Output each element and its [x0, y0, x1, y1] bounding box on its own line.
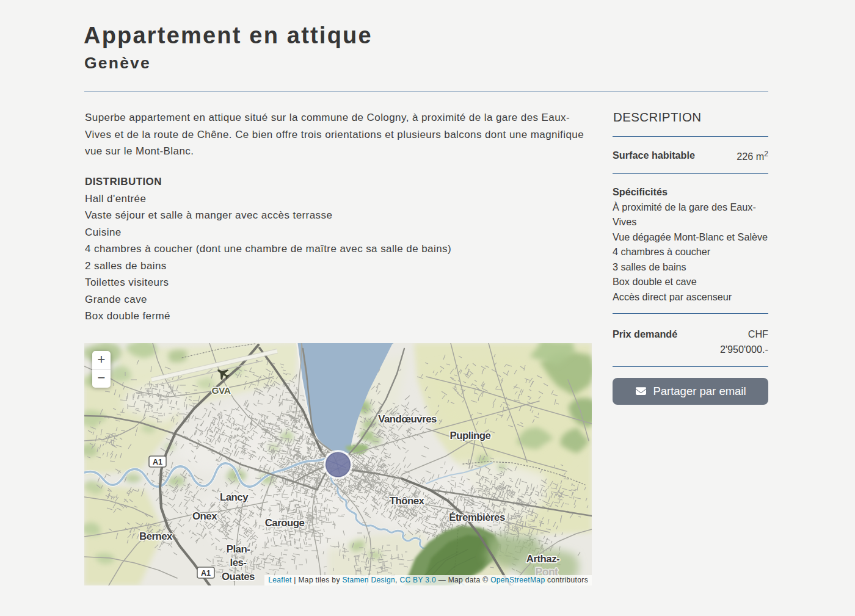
svg-text:les-: les- [230, 557, 247, 568]
svg-text:Vandœuvres: Vandœuvres [378, 413, 437, 425]
svg-text:Onex: Onex [192, 510, 217, 522]
svg-text:Arthaz-: Arthaz- [526, 553, 559, 565]
svg-text:A1: A1 [201, 569, 211, 578]
svg-text:Puplinge: Puplinge [450, 430, 491, 441]
svg-text:GVA: GVA [212, 385, 231, 396]
svg-text:Carouge: Carouge [265, 517, 305, 529]
svg-text:Lancy: Lancy [220, 491, 249, 503]
svg-text:A1: A1 [153, 458, 162, 466]
svg-text:Plan-: Plan- [227, 543, 250, 555]
svg-text:Étrembières: Étrembières [449, 512, 505, 523]
svg-text:Bernex: Bernex [139, 531, 173, 542]
svg-text:Ouates: Ouates [222, 571, 255, 582]
svg-text:Thônex: Thônex [390, 495, 425, 507]
